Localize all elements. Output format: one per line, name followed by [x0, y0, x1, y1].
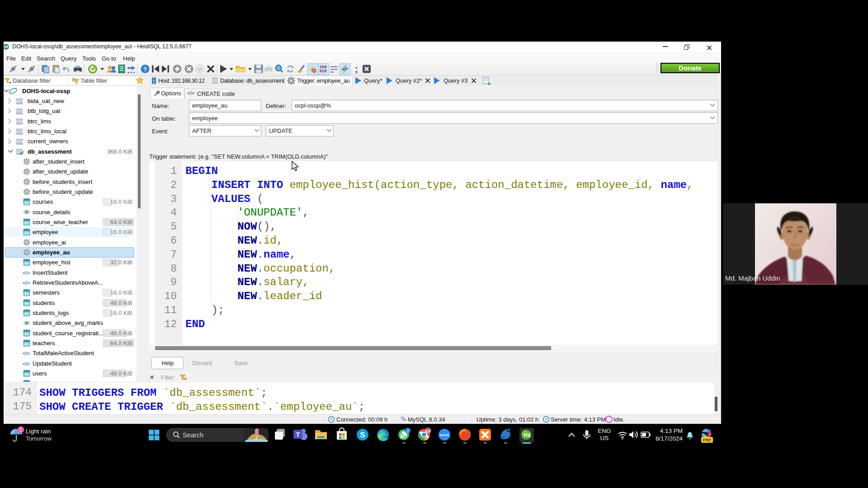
svg-text:</>: </> [23, 361, 30, 366]
svg-text:employee_ai: employee_ai [33, 239, 66, 246]
svg-text:</>: </> [23, 270, 30, 276]
svg-text:</>: </> [23, 280, 30, 286]
svg-text:course_details: course_details [33, 209, 71, 216]
svg-text:368.0 KiB: 368.0 KiB [107, 148, 132, 155]
svg-text:US: US [600, 435, 609, 441]
svg-text:employee_au: employee_au [33, 249, 70, 256]
svg-text:InsertStudent: InsertStudent [33, 269, 68, 276]
svg-text:db_assessment: db_assessment [28, 148, 72, 155]
svg-text:S: S [360, 431, 365, 439]
svg-text:DOHS-local-ossp: DOHS-local-ossp [22, 88, 70, 94]
svg-text:Uptime: 3 days, 01:02 h: Uptime: 3 days, 01:02 h [476, 416, 538, 423]
svg-text:users: users [33, 370, 47, 377]
svg-text:UpdateStudent: UpdateStudent [33, 360, 72, 367]
svg-text:010: 010 [320, 69, 326, 74]
svg-text:Table filter: Table filter [80, 77, 108, 84]
svg-text:?: ? [143, 66, 147, 73]
svg-text:TotalMaleActiveStudent: TotalMaleActiveStudent [33, 350, 94, 357]
svg-text:48.0 KiB: 48.0 KiB [110, 330, 132, 337]
svg-text:16.0 KiB: 16.0 KiB [110, 229, 132, 235]
svg-text:employee_hist: employee_hist [33, 259, 71, 266]
svg-text:Database: db_assessment: Database: db_assessment [220, 77, 284, 84]
svg-text:Query*: Query* [364, 77, 382, 84]
svg-text:employee: employee [33, 229, 58, 235]
svg-text:bida_uat_new: bida_uat_new [28, 98, 65, 104]
svg-text:student_course_registrati...: student_course_registrati... [33, 330, 104, 337]
svg-text:Connected: 00:09 h: Connected: 00:09 h [336, 416, 387, 423]
svg-text:students: students [33, 300, 55, 306]
svg-text:views_...: views_... [33, 380, 56, 382]
svg-text:RetrieveStudentsAboveA...: RetrieveStudentsAboveA... [33, 279, 103, 286]
svg-text:8/17/2024: 8/17/2024 [656, 435, 683, 442]
svg-text:teachers: teachers [33, 340, 55, 347]
svg-text:Light rain: Light rain [26, 428, 51, 435]
svg-text:48.0 KiB: 48.0 KiB [110, 300, 132, 306]
svg-text:student_above_avg_marks: student_above_avg_marks [33, 319, 104, 326]
svg-text:ENG: ENG [598, 427, 611, 434]
svg-text:PRE: PRE [703, 438, 712, 442]
svg-text:64.0 KiB: 64.0 KiB [110, 340, 132, 347]
svg-text:after_student_update: after_student_update [33, 168, 88, 175]
svg-text:T: T [296, 431, 300, 438]
svg-text:before_student_update: before_student_update [33, 188, 93, 195]
svg-text:Tomorrow: Tomorrow [26, 435, 52, 442]
svg-text:16.0 KiB: 16.0 KiB [110, 310, 132, 316]
svg-text:32.0 KiB: 32.0 KiB [110, 259, 132, 266]
svg-text:16.0 KiB: 16.0 KiB [110, 198, 132, 205]
svg-text:after_student_insert: after_student_insert [33, 158, 85, 165]
svg-text:Host: 192.168.30.12: Host: 192.168.30.12 [158, 77, 205, 84]
svg-text:students_logs: students_logs [33, 310, 69, 316]
svg-text:btrc_lims_local: btrc_lims_local [28, 128, 66, 135]
svg-text:4:13 PM: 4:13 PM [660, 427, 683, 434]
svg-text:Trigger: employee_au: Trigger: employee_au [297, 77, 350, 84]
svg-text:64.0 KiB: 64.0 KiB [110, 219, 132, 225]
svg-text:btb_totg_uat: btb_totg_uat [28, 108, 61, 114]
svg-text:</>: </> [23, 351, 30, 356]
svg-text:semesters: semesters [33, 289, 60, 296]
svg-text:Search: Search [183, 432, 203, 439]
svg-text:course_wise_teacher: course_wise_teacher [33, 219, 89, 225]
svg-text:Query #3: Query #3 [443, 77, 467, 84]
svg-text:1: 1 [19, 427, 22, 432]
svg-text:Database filter: Database filter [13, 77, 51, 84]
svg-text:Idle.: Idle. [613, 416, 625, 423]
svg-text:MySQL 8.0.34: MySQL 8.0.34 [408, 416, 445, 423]
svg-text:btrc_lims: btrc_lims [28, 118, 52, 125]
svg-text:2: 2 [406, 428, 409, 433]
svg-text:Server time: 4:13 PM: Server time: 4:13 PM [551, 416, 606, 423]
svg-text:Query #2*: Query #2* [396, 77, 422, 84]
svg-text:zoom: zoom [440, 433, 449, 437]
svg-text:;: ; [355, 64, 358, 74]
svg-text:48.0 KiB: 48.0 KiB [110, 370, 132, 377]
svg-text:HS: HS [524, 432, 530, 438]
svg-text:courses: courses [33, 198, 53, 205]
svg-text:16.0 KiB: 16.0 KiB [110, 289, 132, 296]
svg-text:current_owners: current_owners [28, 138, 68, 145]
svg-text:before_students_insert: before_students_insert [33, 178, 93, 185]
